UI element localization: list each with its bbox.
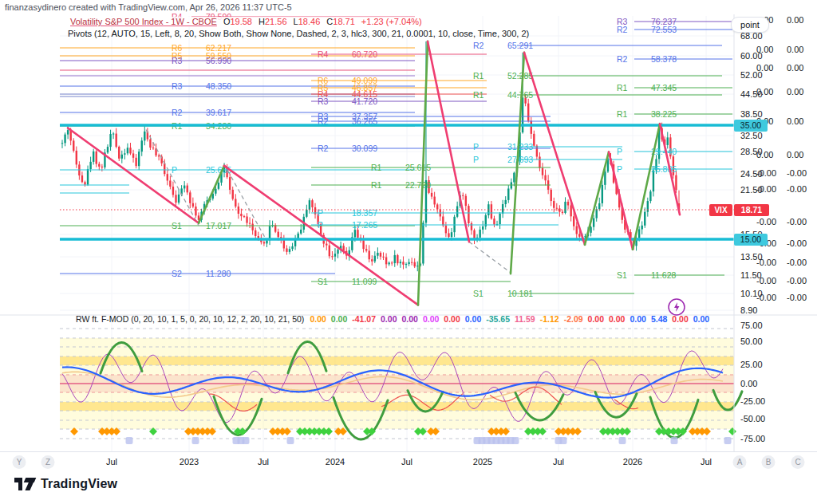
tradingview-chart-page: finanzasydinero created with TradingView… bbox=[0, 0, 817, 504]
time-label-Jul[interactable]: Jul bbox=[401, 457, 412, 467]
svg-text:58.378: 58.378 bbox=[651, 54, 677, 64]
svg-text:75.00: 75.00 bbox=[740, 321, 763, 330]
axis-button-Y[interactable]: Y bbox=[13, 455, 26, 469]
svg-text:41.720: 41.720 bbox=[352, 96, 377, 106]
svg-text:-75.00: -75.00 bbox=[740, 434, 765, 443]
time-axis[interactable]: Jul2023Jul2024Jul2025Jul2026JulYZABC bbox=[0, 451, 817, 473]
svg-text:47.345: 47.345 bbox=[651, 83, 677, 93]
svg-text:11.099: 11.099 bbox=[352, 277, 377, 286]
chart-canvas[interactable]: R479.590R662.217R559.550R356.990R348.350… bbox=[0, 0, 817, 504]
scale-value: -0.00 bbox=[756, 276, 776, 285]
oscillator-value-14: 0.00 bbox=[630, 314, 645, 324]
svg-text:R1: R1 bbox=[371, 163, 382, 172]
price-unit-box: point bbox=[731, 17, 769, 33]
axis-button-C[interactable]: C bbox=[791, 455, 805, 469]
svg-text:44.765: 44.765 bbox=[507, 90, 533, 100]
svg-text:25.615: 25.615 bbox=[405, 163, 431, 172]
oscillator-legend[interactable]: RW ft. F-MOD (0, 20, 10, 1, 5, 0, 20, 10… bbox=[76, 314, 712, 324]
svg-text:R1: R1 bbox=[473, 90, 484, 100]
svg-text:S2: S2 bbox=[172, 269, 182, 278]
svg-text:65.291: 65.291 bbox=[507, 41, 533, 50]
open-value: 19.58 bbox=[230, 17, 252, 26]
low-value: 18.46 bbox=[298, 17, 321, 26]
svg-text:P: P bbox=[617, 164, 622, 174]
time-label-2024[interactable]: 2024 bbox=[326, 457, 345, 467]
oscillator-value-7: 0.00 bbox=[465, 314, 481, 324]
svg-text:S1: S1 bbox=[318, 277, 328, 286]
time-label-2023[interactable]: 2023 bbox=[180, 457, 199, 467]
change-value: +1.23 (+7.04%) bbox=[361, 17, 422, 26]
scale-value: -0.00 bbox=[787, 276, 807, 285]
svg-text:R1: R1 bbox=[617, 109, 628, 119]
svg-text:39.617: 39.617 bbox=[206, 108, 231, 117]
symbol-title[interactable]: Volatility S&P 500 Index - 1W - CBOE bbox=[70, 17, 217, 26]
time-label-Jul[interactable]: Jul bbox=[106, 457, 117, 467]
oscillator-value-10: -1.12 bbox=[540, 314, 559, 324]
svg-text:30.099: 30.099 bbox=[352, 144, 377, 153]
scale-value: -0.00 bbox=[787, 238, 807, 248]
oscillator-value-16: 0.00 bbox=[672, 314, 688, 324]
axis-button-Z[interactable]: Z bbox=[41, 455, 55, 469]
oscillator-value-8: -35.65 bbox=[486, 314, 510, 324]
boost-button[interactable] bbox=[669, 299, 685, 315]
pivots-indicator-legend[interactable]: Pivots (12, AUTO, 15, Left, 8, 20, Show … bbox=[68, 29, 529, 38]
symbol-legend[interactable]: Volatility S&P 500 Index - 1W - CBOE O19… bbox=[68, 17, 424, 27]
oscillator-value-4: 0.00 bbox=[401, 314, 417, 324]
oscillator-value-6: 0.00 bbox=[444, 314, 460, 324]
tradingview-logo-text: TradingView bbox=[41, 477, 117, 491]
svg-text:31.233: 31.233 bbox=[507, 142, 533, 152]
svg-text:25.885: 25.885 bbox=[651, 164, 677, 174]
scale-value: -0.00 bbox=[787, 293, 807, 302]
svg-text:R1: R1 bbox=[617, 83, 628, 93]
time-label-Jul[interactable]: Jul bbox=[553, 457, 564, 467]
oscillator-value-1: 0.00 bbox=[331, 314, 347, 324]
time-label-2026[interactable]: 2026 bbox=[623, 457, 642, 467]
axis-button-A[interactable]: A bbox=[733, 455, 747, 469]
svg-text:R2: R2 bbox=[172, 108, 183, 117]
last-price-value-badge: 18.71 bbox=[734, 204, 769, 216]
svg-text:22.720: 22.720 bbox=[405, 180, 431, 190]
svg-text:60.720: 60.720 bbox=[352, 49, 377, 59]
scale-value: 0.00 bbox=[787, 15, 803, 25]
svg-text:R2: R2 bbox=[318, 144, 329, 153]
svg-text:R3: R3 bbox=[172, 56, 183, 65]
svg-text:P: P bbox=[473, 155, 479, 164]
svg-text:P: P bbox=[617, 147, 622, 156]
scale-value: 0.00 bbox=[787, 116, 803, 126]
last-price-symbol-badge: VIX bbox=[709, 204, 732, 216]
time-label-Jul[interactable]: Jul bbox=[258, 457, 269, 467]
oscillator-markers bbox=[70, 427, 736, 444]
svg-text:11.280: 11.280 bbox=[206, 269, 231, 278]
price-level-badge-35.00: 35.00 bbox=[734, 120, 768, 132]
oscillator-value-17: 0.00 bbox=[693, 314, 709, 324]
svg-text:27.693: 27.693 bbox=[507, 155, 533, 164]
scale-value: -0.00 bbox=[787, 168, 807, 178]
oscillator-value-0: 0.00 bbox=[310, 314, 326, 324]
svg-text:R3: R3 bbox=[318, 96, 329, 106]
time-label-2025[interactable]: 2025 bbox=[473, 457, 492, 467]
oscillator-value-15: 5.48 bbox=[651, 314, 667, 324]
oscillator-pane bbox=[60, 329, 742, 439]
oscillator-value-2: -41.07 bbox=[352, 314, 376, 324]
svg-text:18.357: 18.357 bbox=[352, 208, 377, 218]
svg-text:17.017: 17.017 bbox=[206, 221, 231, 230]
svg-text:P: P bbox=[318, 220, 323, 230]
svg-text:-25.00: -25.00 bbox=[740, 396, 765, 406]
axis-button-B[interactable]: B bbox=[762, 455, 776, 469]
oscillator-title[interactable]: RW ft. F-MOD (0, 20, 10, 1, 5, 0, 20, 10… bbox=[76, 314, 304, 324]
scale-value: -0.00 bbox=[787, 184, 807, 194]
oscillator-value-11: -2.09 bbox=[564, 314, 583, 324]
svg-text:P: P bbox=[172, 165, 177, 175]
scale-value: -0.00 bbox=[787, 217, 807, 226]
oscillator-value-5: 0.00 bbox=[423, 314, 439, 324]
scale-value: 0.00 bbox=[787, 45, 803, 54]
svg-text:50.00: 50.00 bbox=[740, 337, 763, 346]
oscillator-value-12: 0.00 bbox=[588, 314, 604, 324]
scale-value: -0.00 bbox=[756, 184, 776, 194]
tradingview-logo[interactable]: TradingView bbox=[14, 477, 117, 491]
high-value: 21.56 bbox=[265, 17, 287, 26]
svg-text:56.990: 56.990 bbox=[206, 56, 231, 65]
svg-text:8.90: 8.90 bbox=[740, 305, 757, 315]
svg-text:-50.00: -50.00 bbox=[740, 414, 765, 423]
time-label-Jul[interactable]: Jul bbox=[701, 457, 712, 467]
